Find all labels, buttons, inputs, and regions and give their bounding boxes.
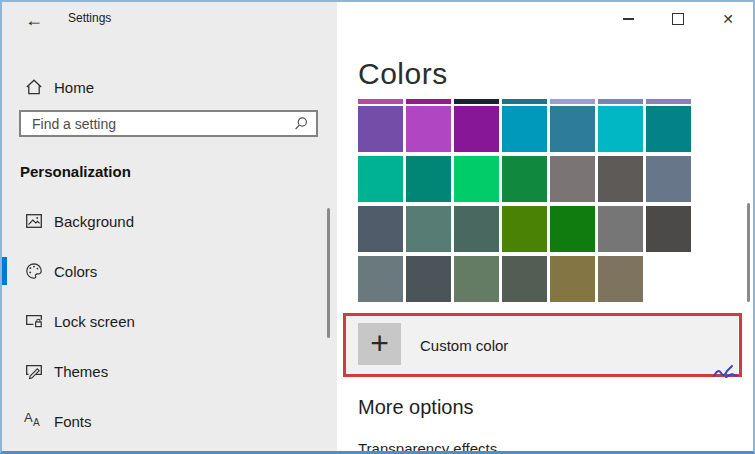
sidebar-item-themes[interactable]: Themes — [2, 346, 337, 396]
color-swatch[interactable] — [406, 106, 451, 152]
color-swatch[interactable] — [646, 106, 691, 152]
sidebar-scrollbar-thumb[interactable] — [327, 208, 330, 338]
color-swatch[interactable] — [598, 206, 643, 252]
home-icon — [24, 77, 44, 97]
color-swatch[interactable] — [406, 206, 451, 252]
search-input[interactable] — [21, 112, 316, 135]
more-options-heading: More options — [358, 396, 474, 419]
sidebar-item-label: Background — [54, 213, 134, 230]
sidebar-item-label: Fonts — [54, 413, 92, 430]
palette-icon — [24, 261, 44, 281]
background-image-icon — [24, 211, 44, 231]
sidebar-item-label: Home — [54, 79, 94, 96]
color-swatch[interactable] — [406, 99, 451, 104]
color-swatch[interactable] — [502, 106, 547, 152]
color-swatch[interactable] — [454, 206, 499, 252]
color-swatch[interactable] — [598, 156, 643, 202]
settings-window: ← Settings Home Personalization — [0, 0, 755, 454]
color-swatch[interactable] — [550, 99, 595, 104]
color-swatch[interactable] — [502, 99, 547, 104]
plus-icon: + — [370, 327, 389, 359]
color-swatch[interactable] — [646, 99, 691, 104]
search-icon — [293, 116, 309, 132]
sidebar: ← Settings Home Personalization — [2, 2, 337, 451]
color-swatch[interactable] — [358, 156, 403, 202]
main-content: Colors + Custom color More options Trans… — [337, 2, 753, 451]
custom-color-label: Custom color — [420, 337, 508, 354]
sidebar-item-label: Themes — [54, 363, 108, 380]
themes-icon — [24, 361, 44, 381]
color-swatch[interactable] — [598, 99, 643, 104]
minimize-button[interactable] — [603, 2, 653, 36]
sidebar-item-fonts[interactable]: A A Fonts — [2, 396, 337, 446]
window-controls: ✕ — [603, 2, 753, 36]
color-swatch[interactable] — [502, 206, 547, 252]
titlebar: ← Settings — [2, 2, 337, 38]
swatch-row — [358, 156, 691, 202]
window-title: Settings — [68, 11, 111, 25]
main-scrollbar-thumb[interactable] — [747, 203, 750, 302]
selected-item-indicator — [2, 257, 7, 285]
maximize-button[interactable] — [653, 2, 703, 36]
close-icon: ✕ — [722, 11, 734, 27]
back-arrow-icon: ← — [25, 10, 43, 31]
page-title: Colors — [358, 57, 448, 91]
back-button[interactable]: ← — [20, 7, 48, 33]
color-swatch[interactable] — [406, 156, 451, 202]
close-button[interactable]: ✕ — [703, 2, 753, 36]
sidebar-item-colors[interactable]: Colors — [2, 246, 337, 296]
color-swatch[interactable] — [646, 156, 691, 202]
sidebar-item-label: Lock screen — [54, 313, 135, 330]
sidebar-item-background[interactable]: Background — [2, 196, 337, 246]
color-swatch[interactable] — [406, 256, 451, 302]
color-swatch[interactable] — [646, 206, 691, 252]
color-swatch[interactable] — [550, 156, 595, 202]
maximize-icon — [672, 13, 684, 25]
swatch-row-partial — [358, 99, 691, 104]
color-swatch[interactable] — [358, 256, 403, 302]
sidebar-item-lock-screen[interactable]: Lock screen — [2, 296, 337, 346]
fonts-icon: A A — [24, 411, 44, 431]
swatch-row — [358, 256, 691, 302]
color-swatch[interactable] — [550, 206, 595, 252]
color-swatch[interactable] — [454, 256, 499, 302]
color-swatch[interactable] — [454, 99, 499, 104]
color-grid — [358, 99, 691, 306]
section-header-personalization: Personalization — [20, 163, 131, 180]
color-swatch[interactable] — [550, 106, 595, 152]
color-swatch[interactable] — [598, 106, 643, 152]
swatch-row — [358, 106, 691, 152]
color-swatch[interactable] — [454, 156, 499, 202]
search-box — [19, 110, 318, 137]
plus-square: + — [358, 323, 401, 365]
color-swatch[interactable] — [454, 106, 499, 152]
minimize-icon — [623, 18, 634, 20]
color-swatch[interactable] — [358, 106, 403, 152]
sidebar-item-home[interactable]: Home — [2, 62, 337, 112]
color-swatch[interactable] — [502, 256, 547, 302]
color-swatch[interactable] — [598, 256, 643, 302]
color-swatch[interactable] — [358, 206, 403, 252]
sidebar-item-label: Colors — [54, 263, 97, 280]
lock-screen-icon — [24, 311, 44, 331]
color-swatch[interactable] — [358, 99, 403, 104]
color-swatch[interactable] — [550, 256, 595, 302]
custom-color-button[interactable]: + Custom color — [346, 316, 738, 374]
color-swatch[interactable] — [502, 156, 547, 202]
transparency-effects-label: Transparency effects — [358, 440, 497, 451]
swatch-row — [358, 206, 691, 252]
sidebar-nav-list: Background Colors — [2, 196, 337, 446]
